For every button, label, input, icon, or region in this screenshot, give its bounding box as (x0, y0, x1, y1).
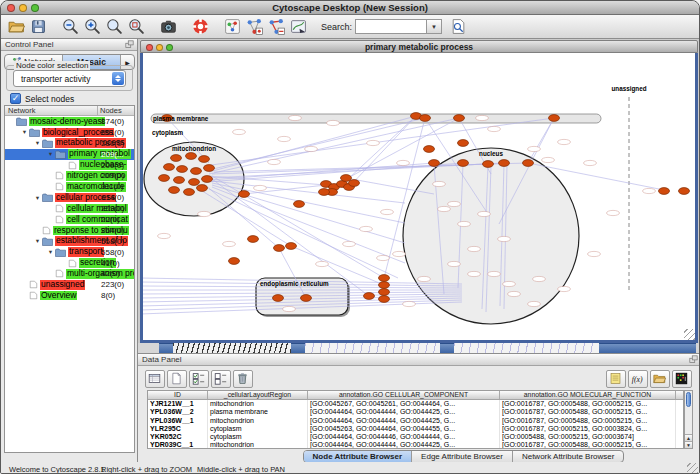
graph-node-label[interactable] (158, 233, 171, 238)
app-resize-grip[interactable] (687, 463, 698, 474)
table-cell[interactable]: YKR052C (148, 433, 208, 441)
graph-node-label[interactable] (478, 211, 491, 216)
graph-node[interactable] (191, 168, 202, 175)
table-cell[interactable]: YDR039C__1 (148, 441, 208, 449)
table-cell[interactable]: mitochondrion (208, 417, 308, 425)
zoom-selected-button[interactable] (127, 16, 148, 37)
delete-attribute-button[interactable] (233, 370, 253, 388)
graph-node[interactable] (159, 175, 170, 182)
table-row-yjr121w-1[interactable]: YJR121W__1mitochondrion[GO:0045267, GO:0… (148, 400, 683, 408)
table-row-ypl036w-1[interactable]: YPL036W__1mitochondrion[GO:0044464, GO:0… (148, 417, 683, 425)
graph-node[interactable] (202, 176, 213, 183)
graph-node-label[interactable] (558, 286, 571, 291)
tree-row-overview[interactable]: Overview8(0) (5, 290, 134, 301)
table-cell[interactable]: cytoplasm (208, 425, 308, 433)
graph-node[interactable] (364, 293, 375, 300)
table-cell[interactable]: [GO:0016787, GO:0005215, GO:0003824, G..… (500, 425, 676, 433)
graph-node[interactable] (379, 275, 390, 282)
table-cell[interactable]: [GO:0044464, GO:0044446, GO:0044444, G..… (308, 433, 500, 441)
graph-node[interactable] (379, 289, 390, 296)
zoom-out-button[interactable] (61, 16, 82, 37)
import-attributes-button[interactable] (650, 370, 670, 388)
graph-node[interactable] (169, 187, 180, 194)
tree-row-nucleobase[interactable]: nucleobase-209(0) (5, 160, 134, 171)
table-cell[interactable]: YPL036W__1 (148, 417, 208, 425)
tree-row-establishment-of-lo[interactable]: ▼establishment of lo558(0) (5, 236, 134, 247)
tree-row-unassigned[interactable]: unassigned223(0) (5, 279, 134, 290)
table-cell[interactable]: [GO:0044464, GO:0044444, GO:0044425, G..… (308, 417, 500, 425)
expand-arrow-icon[interactable]: ▼ (33, 140, 42, 146)
table-cell[interactable]: mitochondrion (208, 441, 308, 449)
help-button[interactable] (191, 16, 212, 37)
graph-node[interactable] (274, 245, 285, 252)
column-header-cellularlayoutregion[interactable]: _cellularLayoutRegion (208, 391, 308, 399)
tree-row-metabolic-process[interactable]: ▼metabolic process280(0) (5, 138, 134, 149)
table-cell[interactable]: [GO:0044464, GO:0044444, GO:0044425, G..… (308, 441, 500, 449)
scroll-up-button[interactable]: ▲ (685, 434, 692, 441)
graph-node-label[interactable] (278, 136, 291, 141)
graph-node-label[interactable] (508, 291, 521, 296)
table-row-ydr039c-1[interactable]: YDR039C__1mitochondrion[GO:0044464, GO:0… (148, 441, 683, 449)
graph-node-label[interactable] (327, 120, 340, 125)
graph-node-label[interactable] (503, 281, 516, 286)
graph-node[interactable] (341, 175, 352, 182)
graph-node-label[interactable] (458, 221, 471, 226)
graph-node[interactable] (189, 179, 200, 186)
table-row-ypl036w-2[interactable]: YPL036W__2plasma membrane[GO:0044464, GO… (148, 408, 683, 416)
graph-node[interactable] (286, 243, 297, 250)
expand-arrow-icon[interactable]: ▼ (46, 151, 55, 157)
graph-node[interactable] (549, 115, 560, 122)
column-header-annotation-go-cellular-component[interactable]: annotation.GO CELLULAR_COMPONENT (308, 391, 500, 399)
advanced-search-button[interactable] (449, 16, 470, 37)
table-cell[interactable]: [GO:0045267, GO:0045261, GO:0044464, G..… (308, 400, 500, 408)
node-color-select[interactable]: transporter activity (13, 70, 126, 87)
graph-node[interactable] (301, 295, 312, 302)
graph-node[interactable] (239, 191, 250, 198)
graph-node-label[interactable] (433, 181, 446, 186)
graph-node-label[interactable] (316, 261, 329, 266)
scroll-down-button[interactable]: ▼ (685, 441, 692, 448)
graph-node[interactable] (454, 115, 465, 122)
table-cell[interactable]: YJR121W__1 (148, 400, 208, 408)
tree-row-cellular-metabol[interactable]: cellular metabol209(0) (5, 203, 134, 214)
graph-node-label[interactable] (305, 146, 318, 151)
select-attributes-button[interactable] (189, 370, 209, 388)
graph-node-label[interactable] (393, 251, 406, 256)
column-header-id[interactable]: ID (148, 391, 208, 399)
table-scrollbar[interactable]: ▲ ▼ (684, 390, 693, 449)
function-builder-button[interactable]: f(x) (628, 370, 648, 388)
tree-row-response-to-stimulu[interactable]: response to stimulu264(0) (5, 225, 134, 236)
zoom-in-button[interactable] (83, 16, 104, 37)
table-cell[interactable]: plasma membrane (208, 408, 308, 416)
network-from-selected-nodes-button[interactable] (245, 16, 266, 37)
compartment-plasma-membrane[interactable] (151, 114, 601, 123)
table-row-ykr052c[interactable]: YKR052Ccytoplasm[GO:0044464, GO:0044446,… (148, 433, 683, 441)
background-window-edge[interactable] (291, 343, 305, 353)
background-window-content[interactable] (305, 343, 440, 353)
graph-node[interactable] (199, 156, 210, 163)
zoom-fit-button[interactable] (105, 16, 126, 37)
float-panel-icon[interactable] (125, 40, 134, 52)
tree-row-cellular-process[interactable]: ▼cellular process614(0) (5, 192, 134, 203)
graph-node[interactable] (174, 177, 185, 184)
graph-node-label[interactable] (448, 261, 461, 266)
graph-node[interactable] (424, 146, 435, 153)
graph-node-label[interactable] (558, 139, 571, 144)
graph-node-label[interactable] (397, 160, 410, 165)
graph-node[interactable] (184, 189, 195, 196)
background-window-edge[interactable] (613, 343, 696, 353)
tree-row-multi-organism-pro[interactable]: multi-organism pro42(0) (5, 268, 134, 279)
table-cell[interactable]: [GO:0005488, GO:0005215, GO:0003674] (500, 433, 676, 441)
tree-row-biological-process[interactable]: ▼biological_process651(0) (5, 127, 134, 138)
graph-node-label[interactable] (198, 211, 211, 216)
tree-row-mosaic-demo-yeast[interactable]: mosaic-demo-yeast874(0) (5, 116, 134, 127)
search-dropdown-button[interactable]: ▼ (427, 19, 442, 34)
expand-arrow-icon[interactable]: ▼ (46, 249, 55, 255)
graph-node[interactable] (248, 236, 259, 243)
graph-node-label[interactable] (377, 255, 390, 260)
graph-node-label[interactable] (268, 159, 281, 164)
graph-node-label[interactable] (289, 115, 302, 120)
graph-node-label[interactable] (343, 241, 356, 246)
tree-row-secretion[interactable]: secretion41(0) (5, 258, 134, 269)
graph-node[interactable] (379, 296, 390, 303)
